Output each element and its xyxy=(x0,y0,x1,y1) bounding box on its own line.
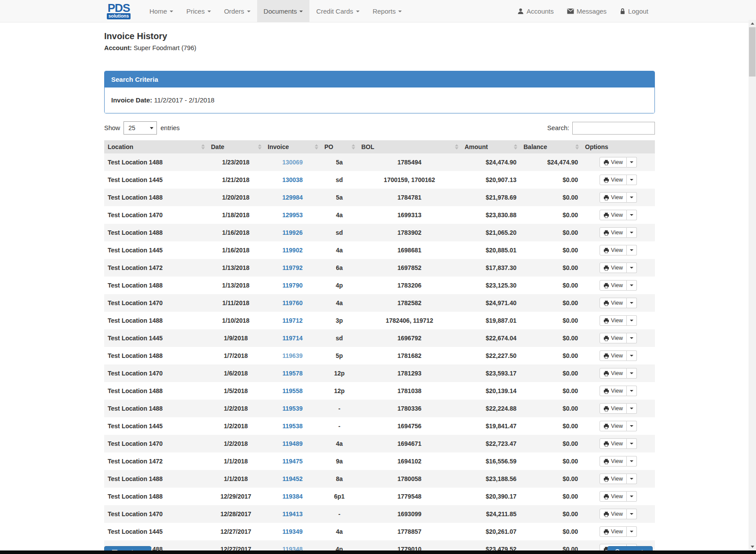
view-button[interactable]: View xyxy=(600,403,627,414)
view-button[interactable]: View xyxy=(600,421,627,431)
view-dropdown-toggle[interactable] xyxy=(627,280,637,291)
invoice-link[interactable]: 119475 xyxy=(283,458,303,465)
invoice-link[interactable]: 119452 xyxy=(283,475,303,482)
column-header-po[interactable]: PO xyxy=(321,140,358,153)
view-button[interactable]: View xyxy=(600,315,627,326)
view-dropdown-toggle[interactable] xyxy=(627,438,637,449)
view-button[interactable]: View xyxy=(600,491,627,502)
nav-item-reports[interactable]: Reports xyxy=(366,0,409,22)
invoice-link[interactable]: 130038 xyxy=(282,176,303,183)
view-button[interactable]: View xyxy=(600,350,627,361)
nav-item-home[interactable]: Home xyxy=(143,0,180,22)
view-dropdown-toggle[interactable] xyxy=(627,245,637,255)
view-dropdown-toggle[interactable] xyxy=(627,227,637,238)
invoice-link[interactable]: 129984 xyxy=(282,194,303,201)
view-dropdown-toggle[interactable] xyxy=(627,491,637,502)
view-dropdown-toggle[interactable] xyxy=(627,421,637,431)
view-button[interactable]: View xyxy=(600,474,627,484)
page-size-select[interactable]: 25 xyxy=(124,121,157,135)
invoice-link[interactable]: 119714 xyxy=(283,335,303,342)
column-header-amount[interactable]: Amount xyxy=(461,140,520,153)
search-input[interactable] xyxy=(572,122,655,135)
invoice-link[interactable]: 119578 xyxy=(283,370,303,377)
view-dropdown-toggle[interactable] xyxy=(627,192,637,203)
invoice-link[interactable]: 119926 xyxy=(283,229,303,236)
view-dropdown-toggle[interactable] xyxy=(627,403,637,414)
invoice-link[interactable]: 119538 xyxy=(283,423,303,430)
logout-link[interactable]: Logout xyxy=(613,0,655,22)
cell-bol: 1780058 xyxy=(358,470,461,488)
view-dropdown-toggle[interactable] xyxy=(627,509,637,519)
cell-po: 12p xyxy=(321,382,358,400)
nav-item-credit-cards[interactable]: Credit Cards xyxy=(309,0,366,22)
invoice-link[interactable]: 129953 xyxy=(282,211,303,219)
column-header-invoice[interactable]: Invoice xyxy=(264,140,321,153)
view-button[interactable]: View xyxy=(600,456,627,467)
view-dropdown-toggle[interactable] xyxy=(627,368,637,379)
accounts-link[interactable]: Accounts xyxy=(511,0,560,22)
invoice-link[interactable]: 119489 xyxy=(283,440,303,447)
invoice-link[interactable]: 119639 xyxy=(283,352,303,359)
view-button[interactable]: View xyxy=(600,298,627,308)
nav-item-documents[interactable]: Documents xyxy=(257,0,310,22)
invoice-link[interactable]: 119902 xyxy=(283,247,303,254)
view-button[interactable]: View xyxy=(600,192,627,203)
view-button-label: View xyxy=(611,511,623,517)
view-button[interactable]: View xyxy=(600,526,627,537)
invoice-link[interactable]: 119760 xyxy=(283,299,303,306)
invoice-link[interactable]: 119384 xyxy=(283,493,303,500)
invoice-link[interactable]: 119790 xyxy=(283,282,303,289)
view-dropdown-toggle[interactable] xyxy=(627,526,637,537)
view-button[interactable]: View xyxy=(600,509,627,519)
scrollbar-thumb[interactable] xyxy=(749,27,756,77)
view-button[interactable]: View xyxy=(600,368,627,379)
view-dropdown-toggle[interactable] xyxy=(627,333,637,343)
view-button[interactable]: View xyxy=(600,438,627,449)
view-dropdown-toggle[interactable] xyxy=(627,262,637,273)
printer-icon xyxy=(603,423,609,429)
column-header-location[interactable]: Location xyxy=(104,140,207,153)
invoice-link[interactable]: 119539 xyxy=(283,405,303,412)
view-dropdown-toggle[interactable] xyxy=(627,210,637,220)
column-header-date[interactable]: Date xyxy=(207,140,264,153)
column-header-bol[interactable]: BOL xyxy=(358,140,461,153)
view-dropdown-toggle[interactable] xyxy=(627,350,637,361)
invoice-link[interactable]: 119558 xyxy=(283,387,303,394)
view-button[interactable]: View xyxy=(600,386,627,396)
view-button[interactable]: View xyxy=(600,227,627,238)
view-button[interactable]: View xyxy=(600,245,627,255)
cell-bol: 1778857 xyxy=(358,523,461,540)
brand-logo[interactable]: PDS solutions xyxy=(104,0,133,22)
nav-item-orders[interactable]: Orders xyxy=(218,0,257,22)
invoice-link[interactable]: 119349 xyxy=(283,528,303,535)
sort-icon xyxy=(201,144,205,149)
sort-icon xyxy=(352,144,355,149)
view-dropdown-toggle[interactable] xyxy=(627,175,637,185)
caret-down-icon xyxy=(630,478,633,480)
table-row: Test Location 14881/10/20181197123p17824… xyxy=(104,312,655,329)
invoice-link[interactable]: 119712 xyxy=(283,317,303,324)
cell-options: View xyxy=(582,241,655,259)
invoice-link[interactable]: 130069 xyxy=(282,159,303,166)
invoice-link[interactable]: 119413 xyxy=(283,510,303,518)
view-dropdown-toggle[interactable] xyxy=(627,474,637,484)
printer-icon xyxy=(603,529,609,535)
view-button[interactable]: View xyxy=(600,175,627,185)
view-button[interactable]: View xyxy=(600,157,627,168)
view-button[interactable]: View xyxy=(600,210,627,220)
view-dropdown-toggle[interactable] xyxy=(627,456,637,467)
messages-link[interactable]: Messages xyxy=(560,0,613,22)
view-button[interactable]: View xyxy=(600,333,627,343)
view-button[interactable]: View xyxy=(600,280,627,291)
invoice-link[interactable]: 119792 xyxy=(283,264,303,271)
view-dropdown-toggle[interactable] xyxy=(627,386,637,396)
view-dropdown-toggle[interactable] xyxy=(627,298,637,308)
scroll-up-arrow-icon[interactable] xyxy=(749,20,756,27)
view-dropdown-toggle[interactable] xyxy=(627,315,637,326)
column-header-balance[interactable]: Balance xyxy=(520,140,582,153)
scroll-down-arrow-icon[interactable] xyxy=(749,543,756,550)
view-dropdown-toggle[interactable] xyxy=(627,157,637,168)
view-button[interactable]: View xyxy=(600,262,627,273)
nav-item-prices[interactable]: Prices xyxy=(180,0,218,22)
caret-down-icon xyxy=(630,337,633,339)
